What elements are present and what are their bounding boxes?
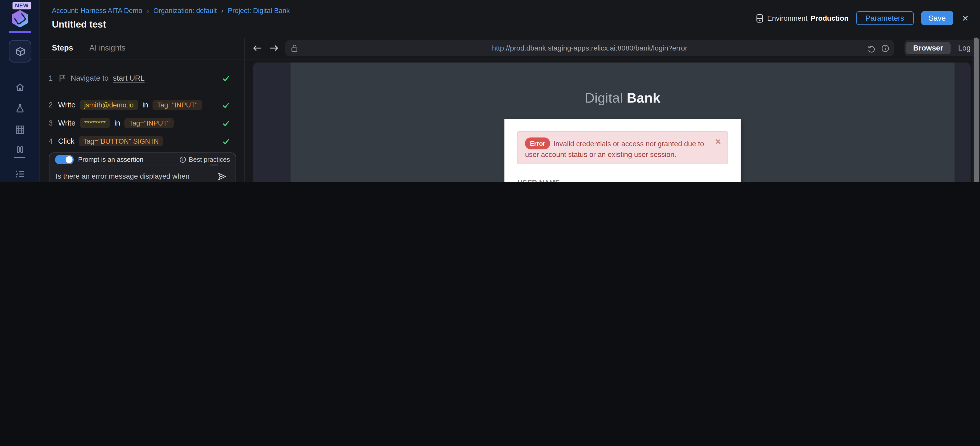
step-action: Navigate to bbox=[71, 74, 109, 83]
step-row-1[interactable]: 1 Navigate to start URL bbox=[48, 74, 237, 83]
server-icon bbox=[756, 14, 764, 23]
breadcrumb-organization-link[interactable]: Organization: default bbox=[153, 7, 217, 14]
brand-bold-text: Bank bbox=[627, 90, 660, 106]
nav-item-checklist[interactable] bbox=[14, 169, 25, 179]
unlock-icon bbox=[291, 44, 298, 52]
step-row-2[interactable]: 2 Write jsmith@demo.io in Tag="INPUT" bbox=[48, 100, 237, 110]
best-practices-label: Best practices bbox=[189, 156, 230, 163]
step-number: 4 bbox=[48, 137, 54, 145]
flag-icon bbox=[58, 74, 66, 83]
breadcrumb-separator: › bbox=[221, 7, 224, 14]
back-button[interactable] bbox=[252, 44, 262, 52]
step-connector: in bbox=[142, 100, 148, 109]
step-number: 2 bbox=[48, 100, 54, 109]
parameters-button[interactable]: Parameters bbox=[856, 11, 913, 25]
info-icon bbox=[180, 156, 186, 163]
environment-label: Environment bbox=[767, 14, 808, 22]
home-icon bbox=[14, 82, 25, 93]
error-badge: Error bbox=[525, 138, 550, 149]
step-target-chip[interactable]: Tag="INPUT" bbox=[124, 118, 174, 128]
nav-item-experiments[interactable] bbox=[14, 103, 25, 114]
view-mode-tabs: Browser Log bbox=[904, 40, 980, 56]
step-action: Write bbox=[58, 119, 76, 127]
forward-button[interactable] bbox=[269, 44, 279, 52]
assertion-prompt-header: Prompt is an assertion Best practices bbox=[49, 153, 235, 166]
step-row-4[interactable]: 4 Click Tag="BUTTON" SIGN IN bbox=[48, 136, 237, 146]
grid-icon bbox=[14, 124, 25, 135]
environment-value: Production bbox=[811, 14, 849, 22]
step-passed-check-icon bbox=[222, 137, 230, 145]
step-number: 1 bbox=[48, 74, 54, 83]
save-button[interactable]: Save bbox=[921, 11, 953, 25]
header-actions: Environment Production Parameters Save ✕ bbox=[756, 11, 969, 25]
refresh-button[interactable] bbox=[867, 44, 875, 52]
nav-item-home[interactable] bbox=[14, 82, 25, 93]
step-row-3[interactable]: 3 Write ******** in Tag="INPUT" bbox=[48, 118, 237, 128]
best-practices-link[interactable]: Best practices bbox=[180, 156, 230, 163]
new-badge: NEW bbox=[13, 2, 31, 9]
nav-item-apps-grid[interactable] bbox=[14, 124, 25, 135]
url-actions bbox=[867, 44, 889, 52]
browser-toolbar: http://prod.dbank.staging-apps.relicx.ai… bbox=[245, 38, 980, 59]
tab-ai-insights[interactable]: AI insights bbox=[89, 44, 125, 52]
harness-aita-logo-icon[interactable] bbox=[11, 10, 29, 27]
assertion-toggle-label: Prompt is an assertion bbox=[78, 156, 175, 163]
error-alert: ErrorInvalid credentials or access not g… bbox=[517, 131, 728, 164]
step-passed-check-icon bbox=[222, 119, 230, 127]
active-module-underline bbox=[14, 157, 25, 158]
app-window: NEW bbox=[0, 0, 980, 182]
error-message: Invalid credentials or access not grante… bbox=[525, 140, 704, 158]
textarea-resize-grip[interactable] bbox=[210, 164, 218, 166]
tab-steps[interactable]: Steps bbox=[52, 44, 73, 52]
url-text: http://prod.dbank.staging-apps.relicx.ai… bbox=[285, 44, 894, 52]
breadcrumb-account-link[interactable]: Account: Harness AITA Demo bbox=[52, 7, 142, 14]
steps-panel-tabs: Steps AI insights bbox=[40, 38, 245, 59]
send-prompt-button[interactable] bbox=[217, 172, 227, 181]
breadcrumb: Account: Harness AITA Demo › Organizatio… bbox=[52, 7, 290, 14]
left-nav-rail: NEW bbox=[0, 0, 40, 182]
url-bar[interactable]: http://prod.dbank.staging-apps.relicx.ai… bbox=[285, 40, 894, 56]
breadcrumb-separator: › bbox=[147, 7, 149, 14]
nav-item-test-module[interactable] bbox=[9, 40, 31, 62]
step-connector: in bbox=[115, 119, 120, 127]
step-value-chip[interactable]: jsmith@demo.io bbox=[80, 100, 138, 110]
scrollbar-thumb[interactable] bbox=[974, 38, 978, 182]
top-header: Account: Harness AITA Demo › Organizatio… bbox=[40, 0, 980, 38]
username-label: USER NAME bbox=[517, 179, 560, 182]
tab-browser[interactable]: Browser bbox=[906, 42, 951, 54]
nav-item-test-suites[interactable] bbox=[14, 146, 25, 156]
login-card: ErrorInvalid credentials or access not g… bbox=[504, 119, 741, 182]
close-icon[interactable]: ✕ bbox=[962, 14, 969, 23]
prompt-text-line1: Is there an error message displayed when bbox=[56, 173, 189, 180]
nav-accent-divider bbox=[9, 31, 31, 33]
assertion-prompt-input[interactable]: Is there an error message displayed when… bbox=[56, 171, 212, 182]
digital-bank-brand: Digital Bank bbox=[291, 90, 954, 106]
gavel-icon bbox=[13, 12, 27, 25]
assertion-prompt-card: Prompt is an assertion Best practices Is… bbox=[49, 152, 236, 182]
step-target-chip[interactable]: Tag="INPUT" bbox=[153, 100, 202, 110]
toggle-knob bbox=[65, 156, 73, 163]
step-passed-check-icon bbox=[222, 101, 230, 109]
steps-panel: Steps AI insights 1 Navigate to start UR… bbox=[40, 38, 245, 182]
start-url-link[interactable]: start URL bbox=[113, 74, 145, 83]
step-passed-check-icon bbox=[222, 74, 230, 82]
step-action: Write bbox=[58, 100, 76, 109]
flask-icon bbox=[14, 103, 25, 114]
step-target-chip[interactable]: Tag="BUTTON" SIGN IN bbox=[79, 136, 163, 146]
alert-close-icon[interactable]: ✕ bbox=[715, 137, 721, 148]
step-action: Click bbox=[58, 137, 75, 145]
remote-browser-viewport[interactable]: Digital Bank ErrorInvalid credentials or… bbox=[253, 62, 970, 182]
cube-icon bbox=[15, 46, 25, 57]
assertion-toggle[interactable] bbox=[55, 155, 74, 164]
environment-selector[interactable]: Environment Production bbox=[756, 14, 849, 23]
info-button[interactable] bbox=[881, 44, 889, 52]
step-number: 3 bbox=[48, 119, 54, 127]
brand-light-text: Digital bbox=[585, 90, 623, 106]
page-title: Untitled test bbox=[52, 19, 106, 29]
digital-bank-page: Digital Bank ErrorInvalid credentials or… bbox=[291, 62, 955, 182]
step-value-chip[interactable]: ******** bbox=[80, 118, 110, 128]
breadcrumb-project-link[interactable]: Project: Digital Bank bbox=[228, 7, 290, 14]
browser-preview-area: http://prod.dbank.staging-apps.relicx.ai… bbox=[245, 38, 980, 182]
columns-icon bbox=[14, 146, 25, 156]
checklist-icon bbox=[14, 169, 25, 179]
